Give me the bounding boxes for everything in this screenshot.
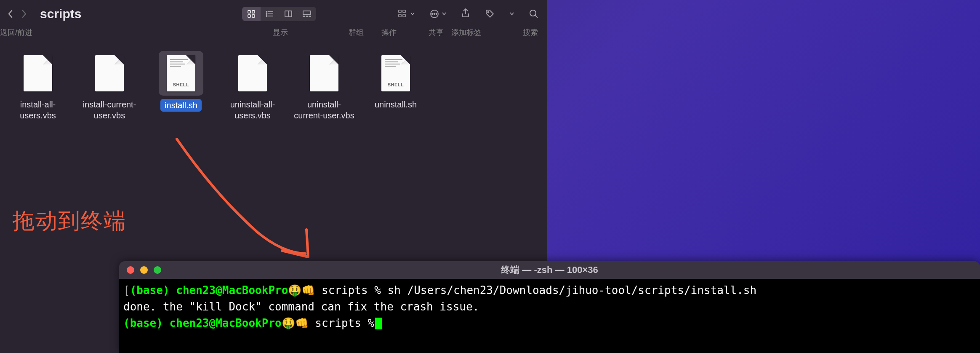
svg-point-24: [488, 11, 489, 13]
prompt-env: (base): [130, 284, 170, 297]
prompt-sym: %: [368, 317, 375, 329]
svg-point-7: [266, 11, 267, 12]
svg-rect-13: [303, 16, 305, 17]
annotation-text: 拖动到终端: [13, 206, 126, 236]
file-item[interactable]: uninstall-current-user.vbs: [290, 48, 358, 124]
file-label: install.sh: [160, 99, 202, 112]
file-item[interactable]: install-current-user.vbs: [76, 48, 143, 124]
file-icon: [310, 55, 338, 91]
tags-button[interactable]: [485, 9, 495, 19]
file-label: uninstall-current-user.vbs: [294, 99, 354, 121]
shell-file-icon: SHELL: [167, 55, 195, 91]
file-icon: [95, 55, 124, 91]
group-button[interactable]: [398, 9, 415, 19]
gallery-view-button[interactable]: [298, 7, 316, 21]
finder-title: scripts: [40, 7, 81, 21]
file-item-selected[interactable]: SHELL install.sh: [147, 48, 215, 124]
chevron-down-icon: [442, 12, 446, 16]
traffic-lights: [127, 266, 161, 274]
action-label: 操作: [381, 27, 397, 37]
search-label: 搜索: [523, 27, 538, 37]
minimize-button[interactable]: [140, 266, 148, 274]
prompt-userhost: chen23@MacBookPro🤑👊: [170, 317, 309, 329]
svg-line-26: [535, 15, 538, 18]
svg-rect-16: [399, 10, 401, 13]
svg-rect-19: [403, 14, 405, 17]
back-button[interactable]: [4, 8, 17, 20]
svg-rect-15: [309, 16, 311, 17]
prompt-sym: %: [374, 284, 381, 297]
file-item[interactable]: uninstall-all-users.vbs: [219, 48, 286, 124]
prompt-env: (base): [123, 317, 163, 329]
svg-rect-12: [303, 11, 311, 15]
shell-tag: SHELL: [385, 82, 407, 87]
terminal-output: done. the "kill Dock" command can fix th…: [123, 300, 479, 313]
shell-tag: SHELL: [170, 82, 192, 87]
column-view-button[interactable]: [279, 7, 298, 21]
share-label: 共享: [429, 27, 444, 37]
terminal-body[interactable]: [(base) chen23@MacBookPro🤑👊 scripts % sh…: [119, 279, 980, 353]
view-controls: [242, 7, 316, 21]
file-label: uninstall.sh: [375, 99, 417, 110]
file-label: install-all-users.vbs: [8, 99, 68, 121]
file-icon: [24, 55, 52, 91]
forward-button[interactable]: [18, 8, 30, 20]
file-item[interactable]: install-all-users.vbs: [4, 48, 72, 124]
svg-rect-14: [306, 16, 308, 17]
svg-rect-1: [252, 11, 255, 13]
svg-point-23: [436, 13, 437, 14]
svg-rect-17: [399, 14, 401, 17]
share-button[interactable]: [461, 8, 470, 19]
svg-point-22: [432, 13, 433, 14]
icon-view-button[interactable]: [242, 7, 261, 21]
prompt-userhost: chen23@MacBookPro🤑👊: [176, 284, 315, 297]
prompt-dir: scripts: [322, 284, 368, 297]
terminal-window: 终端 — -zsh — 100×36 [(base) chen23@MacBoo…: [119, 261, 980, 353]
tags-label: 添加标签: [451, 27, 482, 37]
close-button[interactable]: [127, 266, 134, 274]
prompt-dir: scripts: [315, 317, 361, 329]
file-item[interactable]: SHELL uninstall.sh: [362, 48, 429, 124]
action-button[interactable]: [429, 9, 446, 19]
view-mode-group: [242, 7, 316, 21]
file-label: uninstall-all-users.vbs: [222, 99, 283, 121]
nav-label: 返回/前进: [0, 27, 32, 37]
finder-sublabels: 返回/前进 显示 群组 操作 共享 添加标签 搜索: [0, 27, 547, 39]
svg-point-25: [530, 10, 536, 16]
svg-rect-3: [252, 15, 255, 17]
maximize-button[interactable]: [154, 266, 161, 274]
nav-buttons: [4, 8, 30, 20]
file-label: install-current-user.vbs: [79, 99, 140, 121]
list-view-button[interactable]: [261, 7, 279, 21]
display-label: 显示: [273, 27, 288, 37]
group-label: 群组: [349, 27, 364, 37]
terminal-titlebar[interactable]: 终端 — -zsh — 100×36: [119, 261, 980, 279]
toolbar-right: [398, 8, 539, 19]
search-button[interactable]: [529, 9, 539, 19]
terminal-title: 终端 — -zsh — 100×36: [501, 264, 598, 276]
svg-point-8: [266, 13, 267, 14]
svg-rect-18: [403, 10, 405, 13]
chevron-down-icon: [510, 12, 514, 16]
file-icon: [238, 55, 267, 91]
finder-toolbar: scripts: [0, 0, 547, 27]
svg-point-21: [434, 13, 435, 14]
more-button[interactable]: [510, 12, 514, 16]
cursor-icon: [375, 318, 382, 329]
chevron-down-icon: [410, 12, 415, 16]
svg-rect-0: [248, 11, 250, 13]
svg-rect-2: [248, 15, 250, 17]
svg-point-9: [266, 16, 267, 16]
shell-file-icon: SHELL: [381, 55, 410, 91]
terminal-command: sh /Users/chen23/Downloads/jihuo-tool/sc…: [388, 284, 757, 297]
